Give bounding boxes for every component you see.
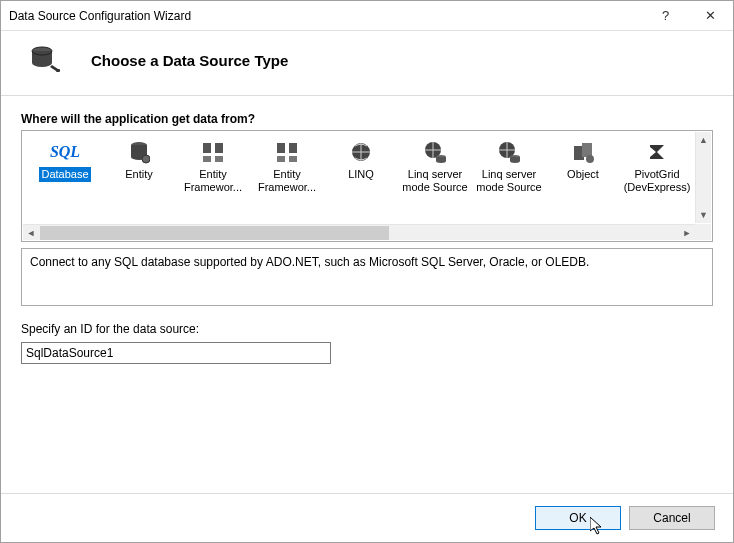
svg-rect-11 [277, 156, 285, 162]
source-item-label: LINQ [346, 167, 376, 182]
description-box: Connect to any SQL database supported by… [21, 248, 713, 306]
horizontal-scrollbar[interactable]: ◄ ► [23, 224, 695, 240]
wizard-window: Data Source Configuration Wizard ? ✕ Cho… [0, 0, 734, 543]
svg-rect-7 [203, 156, 211, 162]
cylinder-icon [128, 139, 150, 165]
database-wizard-icon [21, 43, 69, 77]
source-item-label: Entity Framewor... [176, 167, 250, 194]
svg-rect-19 [582, 143, 592, 157]
source-item-object[interactable]: Object [546, 137, 620, 207]
source-item-linqserver1[interactable]: Linq server mode Source [398, 137, 472, 207]
help-button[interactable]: ? [643, 1, 688, 31]
cancel-button[interactable]: Cancel [629, 506, 715, 530]
scroll-up-icon[interactable]: ▲ [696, 132, 711, 148]
svg-rect-10 [289, 143, 297, 153]
ef-icon [201, 139, 225, 165]
scroll-down-icon[interactable]: ▼ [696, 207, 711, 223]
svg-point-4 [142, 155, 150, 163]
ok-button[interactable]: OK [535, 506, 621, 530]
source-item-label: Database [39, 167, 90, 182]
source-item-linqserver2[interactable]: Linq server mode Source [472, 137, 546, 207]
source-item-entity[interactable]: Entity [102, 137, 176, 207]
svg-point-20 [586, 155, 594, 163]
vertical-scrollbar[interactable]: ▲ ▼ [695, 132, 711, 223]
scrollbar-thumb[interactable] [40, 226, 389, 240]
svg-rect-5 [203, 143, 211, 153]
source-item-label: Linq server mode Source [472, 167, 546, 194]
source-item-pivotgrid[interactable]: PivotGrid (DevExpress) [620, 137, 694, 207]
scrollbar-corner [695, 224, 711, 240]
source-item-linq[interactable]: LINQ [324, 137, 398, 207]
data-source-id-input[interactable] [21, 342, 331, 364]
sigma-icon [646, 139, 668, 165]
sql-icon: SQL [50, 139, 80, 165]
source-item-database[interactable]: SQLDatabase [28, 137, 102, 207]
description-text: Connect to any SQL database supported by… [30, 255, 589, 269]
source-item-label: Entity Framewor... [250, 167, 324, 194]
ef-icon [275, 139, 299, 165]
svg-rect-8 [215, 156, 223, 162]
source-item-label: Linq server mode Source [398, 167, 472, 194]
svg-rect-6 [215, 143, 223, 153]
svg-rect-2 [56, 69, 60, 72]
globe-db2-icon [497, 139, 521, 165]
globe-db1-icon [423, 139, 447, 165]
source-item-ef1[interactable]: Entity Framewor... [176, 137, 250, 207]
source-item-label: PivotGrid (DevExpress) [620, 167, 694, 194]
source-item-label: Entity [123, 167, 155, 182]
titlebar: Data Source Configuration Wizard ? ✕ [1, 1, 733, 31]
source-item-label: Object [565, 167, 601, 182]
data-source-list: SQLDatabaseEntityEntity Framewor...Entit… [21, 130, 713, 242]
close-button[interactable]: ✕ [688, 1, 733, 31]
window-title: Data Source Configuration Wizard [9, 9, 643, 23]
page-title: Choose a Data Source Type [91, 52, 288, 69]
object-icon [571, 139, 595, 165]
wizard-body: Where will the application get data from… [1, 96, 733, 493]
scroll-left-icon[interactable]: ◄ [23, 228, 39, 238]
wizard-header: Choose a Data Source Type [1, 31, 733, 96]
globe-icon [350, 139, 372, 165]
id-label: Specify an ID for the data source: [21, 322, 713, 336]
wizard-footer: OK Cancel [1, 493, 733, 542]
svg-rect-9 [277, 143, 285, 153]
source-item-ef2[interactable]: Entity Framewor... [250, 137, 324, 207]
svg-rect-12 [289, 156, 297, 162]
scroll-right-icon[interactable]: ► [679, 228, 695, 238]
source-section-label: Where will the application get data from… [21, 112, 713, 126]
